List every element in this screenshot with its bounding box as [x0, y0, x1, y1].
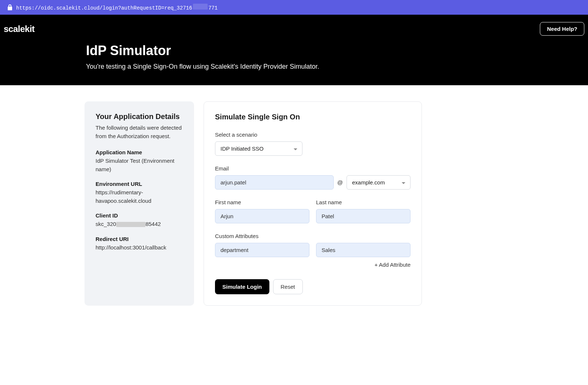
detail-value-client-id: skc_32085442 [96, 220, 183, 229]
client-id-redacted [116, 222, 146, 227]
form-actions: Simulate Login Reset [215, 279, 410, 294]
detail-value-redirect-uri: http://localhost:3001/callback [96, 244, 183, 252]
custom-attributes-group: Custom Attributes + Add Attribute [215, 233, 410, 268]
app-details-panel: Your Application Details The following d… [85, 101, 194, 306]
simulate-login-button[interactable]: Simulate Login [215, 279, 269, 294]
scenario-label: Select a scenario [215, 132, 410, 138]
custom-attributes-label: Custom Attributes [215, 233, 410, 239]
url-text: https://oidc.scalekit.cloud/login?authRe… [16, 4, 218, 11]
url-suffix: 771 [208, 5, 218, 11]
at-sign: @ [337, 179, 343, 186]
detail-label-client-id: Client ID [96, 212, 183, 219]
detail-value-app-name: IdP Simulator Test (Environment name) [96, 157, 183, 173]
add-attribute-button[interactable]: + Add Attribute [374, 262, 410, 268]
reset-button[interactable]: Reset [273, 279, 303, 294]
last-name-input[interactable] [316, 209, 410, 223]
detail-label-app-name: Application Name [96, 149, 183, 155]
page-title: IdP Simulator [86, 43, 588, 58]
url-redacted [193, 4, 208, 10]
simulate-sso-panel: Simulate Single Sign On Select a scenari… [204, 101, 422, 306]
detail-label-redirect-uri: Redirect URI [96, 236, 183, 242]
detail-redirect-uri: Redirect URI http://localhost:3001/callb… [96, 236, 183, 252]
url-bar: https://oidc.scalekit.cloud/login?authRe… [0, 0, 588, 15]
email-domain-wrap: example.com [347, 175, 410, 190]
first-name-input[interactable] [215, 209, 309, 223]
detail-label-env-url: Environment URL [96, 181, 183, 187]
help-button[interactable]: Need Help? [540, 22, 584, 36]
url-prefix: https://oidc.scalekit.cloud/login?authRe… [16, 5, 192, 11]
logo: scalekit [4, 24, 35, 34]
attribute-value-input[interactable] [316, 243, 410, 257]
name-group: First name Last name [215, 199, 410, 223]
detail-client-id: Client ID skc_32085442 [96, 212, 183, 229]
page-subtitle: You're testing a Single Sign-On flow usi… [86, 63, 588, 71]
detail-app-name: Application Name IdP Simulator Test (Env… [96, 149, 183, 173]
email-domain-select[interactable]: example.com [347, 175, 410, 190]
client-id-prefix: skc_320 [96, 221, 116, 227]
email-group: Email @ example.com [215, 165, 410, 190]
client-id-suffix: 85442 [146, 221, 161, 227]
scenario-group: Select a scenario IDP Initiated SSO [215, 132, 410, 156]
attribute-key-input[interactable] [215, 243, 309, 257]
email-local-input[interactable] [215, 175, 334, 190]
header: scalekit Need Help? IdP Simulator You're… [0, 15, 588, 85]
lock-icon [7, 4, 12, 10]
first-name-label: First name [215, 199, 309, 205]
main-content: Your Application Details The following d… [85, 85, 503, 320]
sidebar-description: The following details were detected from… [96, 124, 183, 140]
detail-value-env-url: https://rudimentary-havapoo.scalekit.clo… [96, 188, 183, 205]
sidebar-title: Your Application Details [96, 112, 183, 121]
scenario-select[interactable]: IDP Initiated SSO [215, 141, 302, 156]
form-title: Simulate Single Sign On [215, 113, 410, 121]
email-label: Email [215, 165, 410, 172]
detail-env-url: Environment URL https://rudimentary-hava… [96, 181, 183, 205]
scenario-select-wrap: IDP Initiated SSO [215, 141, 302, 156]
last-name-label: Last name [316, 199, 410, 205]
